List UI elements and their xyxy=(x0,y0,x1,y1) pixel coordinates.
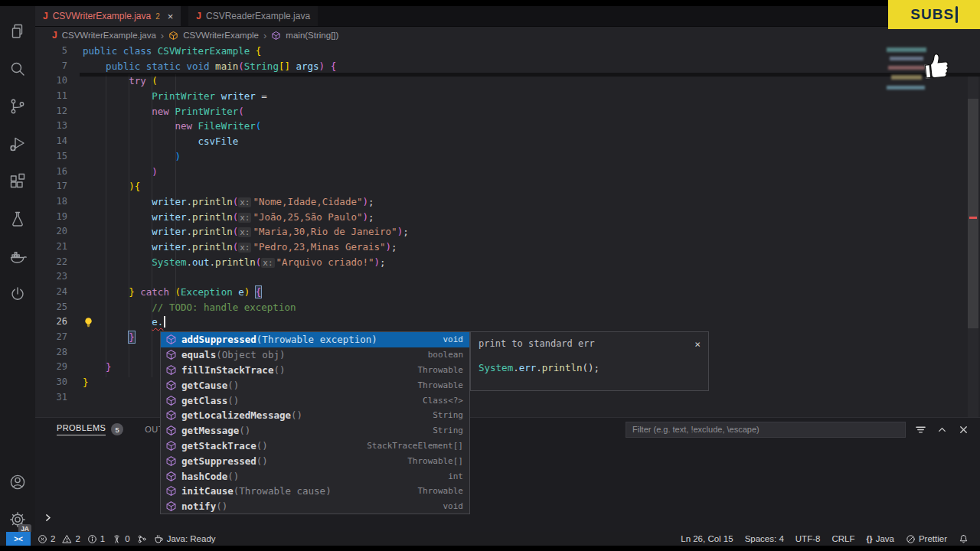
code-token: x: xyxy=(261,258,274,268)
source-control-icon[interactable] xyxy=(0,87,35,125)
suggestion-fillInStackTrace[interactable]: fillInStackTrace()Throwable xyxy=(161,363,469,378)
status-crlf[interactable]: CRLF xyxy=(831,534,854,543)
status-ln-26-col-15[interactable]: Ln 26, Col 15 xyxy=(681,534,733,543)
code-token: x: xyxy=(238,243,251,253)
status-fork[interactable] xyxy=(137,534,147,544)
code-text: ){ xyxy=(83,179,140,194)
code-line-21[interactable]: 21 writer.println(x:"Pedro,23,Minas Gera… xyxy=(35,240,980,255)
code-line-12[interactable]: 12 new PrintWriter( xyxy=(35,104,980,119)
breadcrumb-file[interactable]: CSVWriterExample.java xyxy=(62,31,156,40)
suggestion-hashCode[interactable]: hashCode()int xyxy=(161,468,469,484)
method-icon xyxy=(165,471,177,482)
problems-filter[interactable] xyxy=(626,422,906,438)
run-debug-icon[interactable] xyxy=(0,125,35,162)
code-token xyxy=(83,256,152,268)
suggestion-getLocalizedMessage[interactable]: getLocalizedMessage()String xyxy=(161,408,469,423)
suggestion-params: () xyxy=(216,500,227,512)
code-line-23[interactable]: 23 xyxy=(35,269,980,285)
code-line-17[interactable]: 17 ){ xyxy=(35,179,980,194)
code-line-19[interactable]: 19 writer.println(x:"João,25,São Paulo")… xyxy=(35,210,980,225)
tab-csvwriterexample-java[interactable]: JCSVWriterExample.java2× xyxy=(35,6,181,26)
code-token: println xyxy=(192,211,233,223)
close-icon[interactable]: × xyxy=(694,338,701,350)
code-token: x: xyxy=(238,197,251,207)
breadcrumb[interactable]: J CSVWriterExample.java › CSVWriterExamp… xyxy=(35,27,980,44)
suggestion-initCause[interactable]: initCause(Throwable cause)Throwable xyxy=(161,484,469,499)
subscribe-text: SUBS xyxy=(910,6,954,23)
code-line-13[interactable]: 13 new FileWriter( xyxy=(35,119,980,134)
suggestion-getMessage[interactable]: getMessage()String xyxy=(161,423,469,439)
breadcrumb-class[interactable]: CSVWriterExample xyxy=(183,31,259,40)
status-bell[interactable] xyxy=(959,534,969,544)
explorer-icon[interactable] xyxy=(0,12,35,50)
code-token: ) xyxy=(152,166,158,178)
suggest-widget: addSuppressed(Throwable exception)voideq… xyxy=(160,331,470,514)
code-line-22[interactable]: 22 System.out.println(x:"Arquivo criado!… xyxy=(35,255,980,270)
code-line-15[interactable]: 15 ) xyxy=(35,149,980,165)
line-number: 5 xyxy=(35,44,67,59)
suggestion-notify[interactable]: notify()void xyxy=(161,499,469,514)
suggestion-return-type: Throwable xyxy=(417,486,463,496)
scrollbar-thumb[interactable] xyxy=(968,99,978,328)
line-number: 18 xyxy=(35,194,67,210)
code-line-26[interactable]: 26 e. xyxy=(35,315,980,330)
code-line-7[interactable]: 7 public static void main(String[] args)… xyxy=(35,59,980,74)
extensions-icon[interactable] xyxy=(0,162,35,200)
status-0[interactable]: 0 xyxy=(112,534,129,544)
overview-error-mark xyxy=(969,217,977,219)
close-icon[interactable]: × xyxy=(168,11,174,22)
breadcrumb-method[interactable]: main(String[]) xyxy=(286,31,338,40)
remote-indicator[interactable]: >< xyxy=(6,532,31,546)
code-text: PrintWriter writer = xyxy=(83,89,267,104)
typing-caret xyxy=(956,6,958,23)
suggestion-getCause[interactable]: getCause()Throwable xyxy=(161,377,469,393)
code-token: "Nome,Idade,Cidade" xyxy=(253,196,362,207)
panel-tab-label: PROBLEMS xyxy=(57,423,106,435)
search-icon[interactable] xyxy=(0,50,35,87)
suggestion-equals[interactable]: equals(Object obj)boolean xyxy=(161,347,469,363)
status-prettier[interactable]: Prettier xyxy=(906,534,947,544)
code-line-5[interactable]: 5public class CSVWriterExample { xyxy=(35,44,980,59)
close-icon[interactable] xyxy=(958,424,969,435)
status-1[interactable]: 1 xyxy=(87,534,105,544)
code-line-24[interactable]: 24 } catch (Exception e) { xyxy=(35,285,980,300)
filter-list-icon[interactable] xyxy=(915,424,926,435)
line-number: 31 xyxy=(35,390,67,406)
status-2[interactable]: 2 xyxy=(62,534,80,544)
status-2[interactable]: 2 xyxy=(38,534,55,544)
chevron-right-icon[interactable] xyxy=(43,512,53,526)
filter-input[interactable] xyxy=(626,425,905,434)
status-spaces-4[interactable]: Spaces: 4 xyxy=(745,534,784,543)
code-token: println xyxy=(215,256,256,268)
status-right: Ln 26, Col 15Spaces: 4UTF-8CRLF{}JavaPre… xyxy=(681,534,980,544)
suggestion-getSuppressed[interactable]: getSuppressed()Throwable[] xyxy=(161,453,469,468)
code-token: ) xyxy=(175,151,181,162)
status-java-ready[interactable]: Java: Ready xyxy=(154,534,216,544)
panel-tab-problems[interactable]: PROBLEMS5 xyxy=(57,423,123,435)
code-token: { xyxy=(135,181,141,192)
suggestion-getStackTrace[interactable]: getStackTrace()StackTraceElement[] xyxy=(161,439,469,454)
status-utf-8[interactable]: UTF-8 xyxy=(795,534,821,543)
tab-csvreaderexample-java[interactable]: JCSVReaderExample.java xyxy=(188,6,318,26)
code-line-11[interactable]: 11 PrintWriter writer = xyxy=(35,89,980,104)
code-line-20[interactable]: 20 writer.println(x:"Maria,30,Rio de Jan… xyxy=(35,224,980,240)
chevron-up-icon[interactable] xyxy=(936,424,948,435)
code-line-14[interactable]: 14 csvFile xyxy=(35,134,980,149)
power-icon[interactable] xyxy=(0,275,35,312)
testing-icon[interactable] xyxy=(0,200,35,237)
suggestion-addSuppressed[interactable]: addSuppressed(Throwable exception)void xyxy=(161,332,469,347)
line-number: 22 xyxy=(35,255,67,270)
suggestion-getClass[interactable]: getClass()Class<?> xyxy=(161,393,469,408)
code-line-16[interactable]: 16 ) xyxy=(35,165,980,180)
code-line-18[interactable]: 18 writer.println(x:"Nome,Idade,Cidade")… xyxy=(35,194,980,210)
status-text: CRLF xyxy=(831,534,854,543)
method-icon xyxy=(165,425,177,436)
code-token: "João,25,São Paulo" xyxy=(253,211,362,223)
code-token xyxy=(83,90,152,102)
account-icon[interactable] xyxy=(0,463,35,500)
code-line-25[interactable]: 25 // TODO: handle exception xyxy=(35,300,980,315)
status-java[interactable]: {}Java xyxy=(866,534,893,543)
status-text: Java: Ready xyxy=(167,534,216,543)
docker-icon[interactable] xyxy=(0,237,35,275)
code-token xyxy=(83,60,106,72)
